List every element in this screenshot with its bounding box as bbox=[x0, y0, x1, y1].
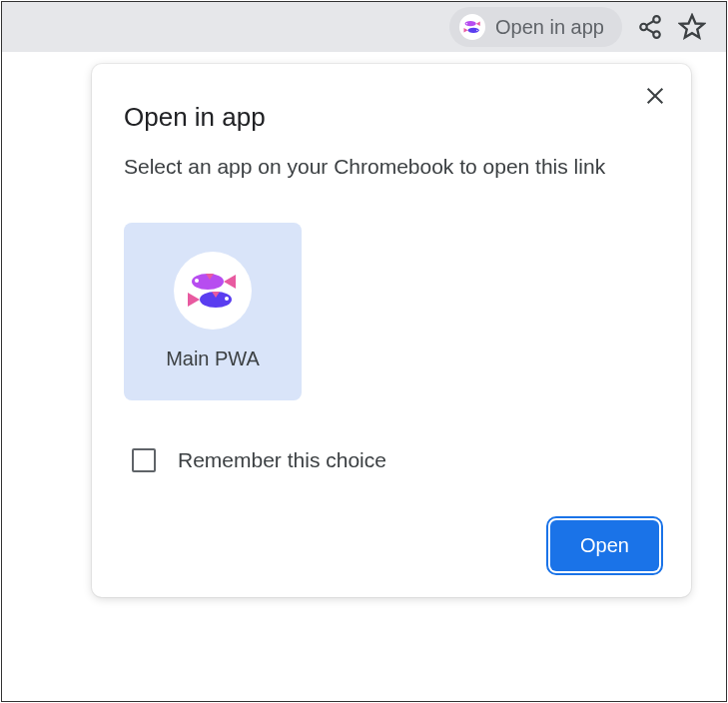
svg-point-2 bbox=[466, 23, 467, 24]
svg-point-5 bbox=[476, 30, 477, 31]
app-name-label: Main PWA bbox=[166, 348, 260, 370]
open-in-app-chip[interactable]: Open in app bbox=[449, 7, 622, 47]
open-in-app-dialog: Open in app Select an app on your Chrome… bbox=[92, 64, 691, 597]
svg-line-10 bbox=[646, 29, 653, 33]
svg-line-9 bbox=[646, 21, 653, 25]
svg-marker-11 bbox=[680, 15, 703, 37]
svg-point-7 bbox=[640, 24, 647, 31]
open-button[interactable]: Open bbox=[550, 520, 659, 571]
svg-point-6 bbox=[653, 16, 660, 23]
dialog-title: Open in app bbox=[124, 102, 659, 133]
star-icon[interactable] bbox=[678, 13, 706, 41]
remember-choice-row: Remember this choice bbox=[124, 448, 659, 472]
svg-marker-15 bbox=[224, 275, 236, 289]
dialog-subtitle: Select an app on your Chromebook to open… bbox=[124, 151, 659, 183]
dialog-actions: Open bbox=[124, 520, 659, 571]
svg-marker-4 bbox=[463, 28, 467, 32]
app-chip-icon bbox=[459, 14, 485, 40]
svg-point-8 bbox=[653, 31, 660, 38]
browser-toolbar: Open in app bbox=[2, 2, 726, 56]
chip-label: Open in app bbox=[495, 16, 604, 39]
remember-checkbox[interactable] bbox=[132, 448, 156, 472]
close-icon[interactable] bbox=[639, 80, 671, 112]
svg-point-17 bbox=[195, 279, 199, 283]
share-icon[interactable] bbox=[636, 13, 664, 41]
svg-point-21 bbox=[225, 297, 229, 301]
svg-marker-19 bbox=[188, 293, 200, 307]
app-icon bbox=[174, 252, 252, 330]
svg-marker-1 bbox=[476, 21, 480, 25]
remember-label: Remember this choice bbox=[178, 448, 386, 472]
app-tile-main-pwa[interactable]: Main PWA bbox=[124, 223, 302, 400]
